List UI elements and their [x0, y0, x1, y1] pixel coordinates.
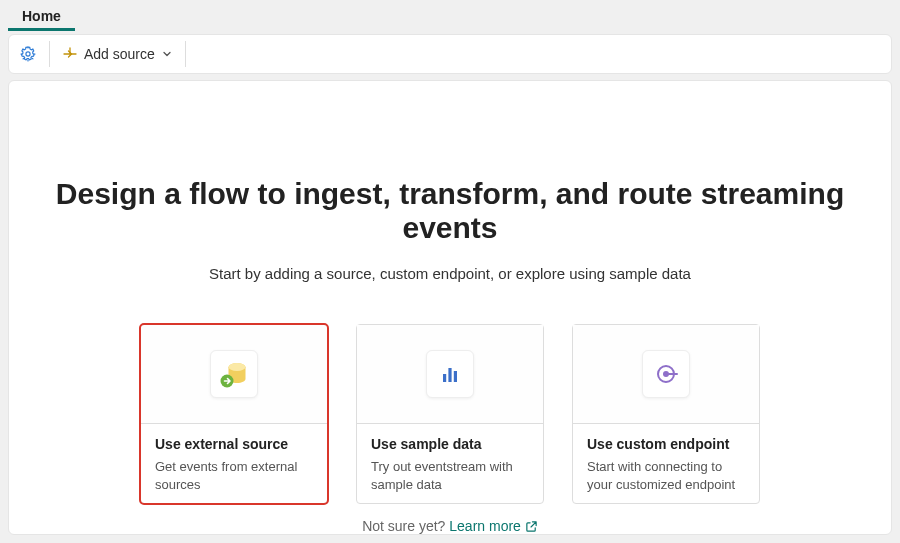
svg-rect-6 [454, 371, 457, 382]
svg-point-2 [229, 363, 246, 371]
external-source-icon [210, 350, 258, 398]
custom-endpoint-icon [642, 350, 690, 398]
svg-rect-4 [443, 374, 446, 382]
card-sample-data[interactable]: Use sample data Try out eventstream with… [356, 324, 544, 504]
tab-home[interactable]: Home [8, 2, 75, 31]
card-title: Use sample data [371, 436, 529, 452]
toolbar: Add source [8, 34, 892, 74]
sample-data-icon [426, 350, 474, 398]
card-body: Use external source Get events from exte… [141, 424, 327, 503]
tabs-bar: Home [0, 0, 900, 30]
card-desc: Try out eventstream with sample data [371, 458, 529, 493]
content-panel: Design a flow to ingest, transform, and … [8, 80, 892, 535]
page-title: Design a flow to ingest, transform, and … [49, 177, 851, 245]
card-preview [573, 325, 759, 424]
add-source-label: Add source [84, 46, 155, 62]
learn-more-label: Learn more [449, 518, 521, 534]
card-title: Use external source [155, 436, 313, 452]
card-external-source[interactable]: Use external source Get events from exte… [140, 324, 328, 504]
card-body: Use custom endpoint Start with connectin… [573, 424, 759, 503]
card-preview [357, 325, 543, 424]
learn-more-link[interactable]: Learn more [449, 518, 538, 534]
svg-rect-5 [448, 368, 451, 382]
card-desc: Get events from external sources [155, 458, 313, 493]
svg-point-0 [26, 52, 30, 56]
toolbar-divider [49, 41, 50, 67]
card-title: Use custom endpoint [587, 436, 745, 452]
learn-more-row: Not sure yet? Learn more [9, 518, 891, 534]
page-subtitle: Start by adding a source, custom endpoin… [9, 265, 891, 282]
add-source-button[interactable]: Add source [62, 46, 185, 62]
cards-row: Use external source Get events from exte… [9, 324, 891, 504]
toolbar-divider [185, 41, 186, 67]
card-body: Use sample data Try out eventstream with… [357, 424, 543, 503]
add-source-icon [62, 46, 78, 62]
external-link-icon [525, 520, 538, 533]
card-desc: Start with connecting to your customized… [587, 458, 745, 493]
card-preview [141, 325, 327, 424]
learn-more-prompt: Not sure yet? [362, 518, 445, 534]
settings-icon[interactable] [19, 45, 37, 63]
chevron-down-icon [161, 48, 173, 60]
card-custom-endpoint[interactable]: Use custom endpoint Start with connectin… [572, 324, 760, 504]
